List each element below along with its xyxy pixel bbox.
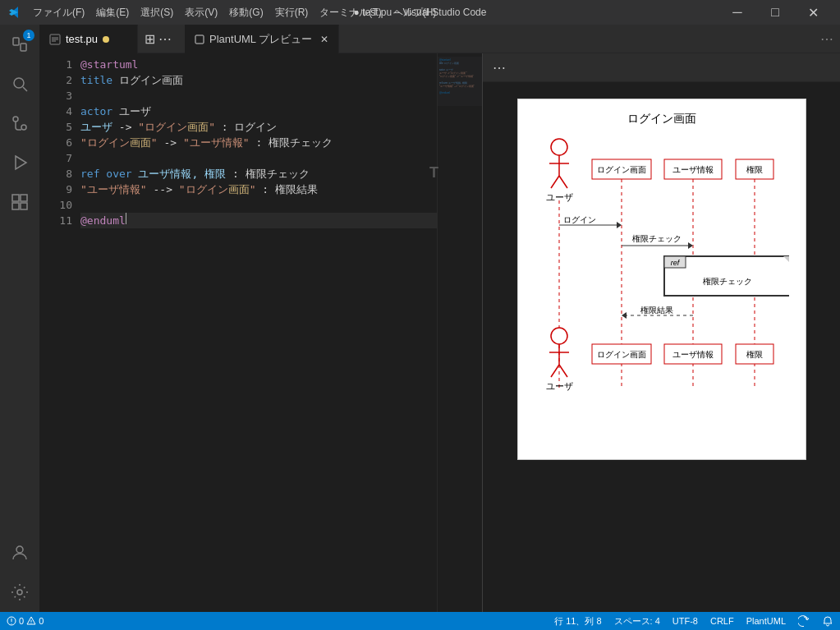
status-encoding[interactable]: UTF-8 [672, 615, 698, 628]
bell-icon [822, 615, 833, 627]
editor-content: 1 2 3 4 5 6 7 8 9 10 11 [39, 53, 840, 612]
svg-point-2 [14, 78, 24, 88]
svg-text:ログイン画面: ログイン画面 [597, 350, 646, 359]
error-count: 0 [19, 616, 24, 626]
source-control-icon[interactable] [0, 103, 39, 143]
diagram-title: ログイン画面 [535, 112, 789, 126]
split-editor-button[interactable]: ⊞ ⋯ [138, 31, 178, 47]
token: 画面 [130, 135, 151, 150]
token: -> [112, 119, 138, 135]
more-tabs-button[interactable]: ⋯ [814, 31, 840, 47]
notification-badge: 1 [23, 30, 34, 41]
svg-point-48 [551, 328, 567, 344]
svg-line-3 [23, 87, 27, 91]
minimap: @startuml title ログイン画面 actor ユーザ ユーザ -> … [437, 53, 482, 612]
svg-point-18 [551, 139, 567, 155]
status-errors[interactable]: 0 0 [7, 616, 44, 626]
svg-text:権限: 権限 [746, 350, 763, 359]
svg-text:ユーザ: ユーザ [545, 381, 572, 391]
editor-tab[interactable]: test.pu [39, 25, 138, 53]
status-eol[interactable]: CRLF [710, 615, 734, 628]
svg-text:権限: 権限 [746, 165, 763, 174]
activity-bar-bottom [0, 533, 39, 612]
svg-rect-0 [13, 38, 19, 45]
menu-go[interactable]: 移動(G) [224, 4, 268, 21]
code-line-10 [80, 197, 437, 213]
main-layout: 1 [0, 25, 840, 612]
svg-line-51 [551, 365, 559, 377]
token: title [80, 72, 112, 88]
window-controls[interactable]: ─ □ ✕ [718, 0, 832, 25]
svg-line-21 [551, 176, 559, 188]
menu-select[interactable]: 選択(S) [135, 4, 178, 21]
preview-tab-close[interactable]: ✕ [320, 34, 328, 45]
search-icon[interactable] [0, 64, 39, 103]
menu-file[interactable]: ファイル(F) [28, 4, 90, 21]
warning-count: 0 [39, 616, 44, 626]
settings-icon[interactable] [0, 573, 39, 612]
svg-text:権限チェック: 権限チェック [703, 277, 752, 286]
status-sync-icon[interactable] [798, 615, 810, 628]
svg-line-52 [559, 365, 567, 377]
preview-tab[interactable]: PlantUML プレビュー ✕ [185, 25, 339, 53]
menu-view[interactable]: 表示(V) [180, 4, 223, 21]
maximize-button[interactable]: □ [756, 0, 794, 25]
token: 画面 [228, 182, 250, 197]
token: : 権限チェック [250, 135, 333, 150]
token: actor [80, 103, 112, 119]
svg-marker-35 [617, 222, 622, 228]
close-button[interactable]: ✕ [794, 0, 832, 25]
svg-point-12 [17, 590, 22, 595]
token: -> [158, 135, 183, 150]
status-bar: 0 0 行 11、列 8 スペース: 4 UTF-8 CRLF PlantUML [0, 612, 840, 630]
more-options-button[interactable]: ⋯ [493, 60, 506, 76]
svg-rect-9 [12, 203, 19, 209]
preview-tab-label: PlantUML プレビュー [209, 32, 312, 47]
minimize-button[interactable]: ─ [718, 0, 756, 25]
svg-line-22 [559, 176, 567, 188]
cursor [126, 213, 126, 224]
code-line-4: actor ユーザ [80, 103, 437, 119]
svg-point-62 [11, 623, 12, 624]
status-right: 行 11、列 8 スペース: 4 UTF-8 CRLF PlantUML [554, 615, 833, 628]
explorer-icon[interactable]: 1 [0, 25, 39, 64]
token: : 権限チェック [226, 166, 309, 182]
svg-point-11 [16, 546, 23, 553]
error-icon [7, 616, 16, 626]
status-line-col[interactable]: 行 11、列 8 [554, 615, 601, 628]
token: " [151, 135, 158, 150]
window-title: ● test.pu – Visual Studio Code [354, 7, 487, 18]
svg-point-5 [21, 125, 26, 130]
minimap-content: @startuml title ログイン画面 actor ユーザ ユーザ -> … [438, 57, 482, 106]
svg-marker-6 [16, 156, 26, 169]
status-bell-icon[interactable] [822, 615, 833, 628]
token: " [250, 182, 256, 197]
code-line-1: @startuml [80, 57, 437, 72]
svg-text:権限チェック: 権限チェック [632, 234, 682, 243]
svg-rect-10 [21, 203, 27, 209]
token: @startuml [80, 57, 138, 72]
status-language[interactable]: PlantUML [746, 615, 786, 628]
token: : ログイン [215, 119, 277, 135]
run-icon[interactable] [0, 143, 39, 182]
preview-file-icon [195, 34, 204, 44]
code-line-5: ユーザ -> "ログイン画面" : ログイン [80, 119, 437, 135]
code-line-8: ref over ユーザ情報, 権限 : 権限チェック [80, 166, 437, 182]
token: : 権限結果 [255, 182, 317, 197]
svg-text:ログイン: ログイン [563, 215, 596, 224]
svg-point-4 [13, 117, 18, 122]
tab-bar: test.pu ⊞ ⋯ PlantUML プレビュー ✕ ⋯ [39, 25, 840, 53]
preview-header: ⋯ [483, 53, 840, 82]
menu-run[interactable]: 実行(R) [270, 4, 314, 21]
token: "ユーザ情報" [80, 182, 147, 197]
token: " [209, 119, 215, 135]
status-spaces[interactable]: スペース: 4 [614, 615, 660, 628]
account-icon[interactable] [0, 533, 39, 573]
warning-icon [26, 616, 36, 626]
svg-text:ユーザ情報: ユーザ情報 [672, 350, 714, 359]
svg-point-65 [31, 623, 32, 624]
code-editor[interactable]: @startuml title ログイン画面 actor ユーザ ユーザ [80, 53, 437, 612]
code-content[interactable]: 1 2 3 4 5 6 7 8 9 10 11 [39, 53, 482, 612]
extensions-icon[interactable] [0, 182, 39, 222]
menu-edit[interactable]: 編集(E) [91, 4, 134, 21]
